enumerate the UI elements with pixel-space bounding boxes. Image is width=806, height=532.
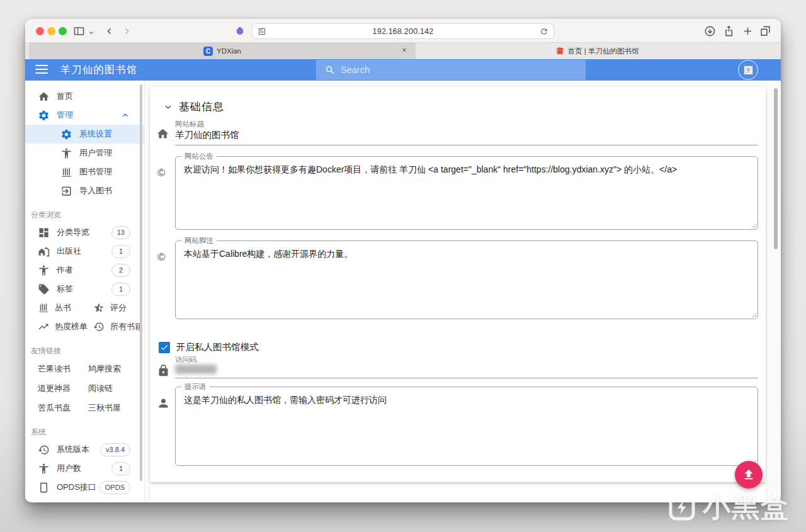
share-button[interactable] — [723, 25, 735, 37]
search-icon — [325, 65, 336, 76]
zoom-window-button[interactable] — [59, 27, 67, 35]
announcement-textarea[interactable]: 网站公告 欢迎访问！如果你想获得更多有趣Docker项目，请前往 羊刀仙 <a … — [175, 156, 758, 230]
gear-icon — [60, 128, 72, 140]
resize-grip[interactable] — [751, 222, 756, 228]
hint-text: 这是羊刀仙的私人图书馆，需输入密码才可进行访问 — [184, 393, 749, 406]
link-yuedulian[interactable]: 阅读链 — [88, 383, 113, 394]
sidebar-item-ratings[interactable]: 评分 — [93, 302, 127, 314]
input-underline — [175, 378, 758, 378]
sidebar-item-tags[interactable]: 标签 1 — [25, 280, 144, 298]
bookshelf-icon — [60, 166, 72, 178]
count-badge: 1 — [111, 283, 130, 296]
sidebar-item-user-management[interactable]: 用户管理 — [25, 144, 144, 162]
tab-overview-button[interactable] — [759, 25, 771, 37]
category-grid-icon — [38, 227, 50, 239]
count-badge: 2 — [111, 264, 130, 277]
person-icon — [38, 264, 50, 276]
link-mango-reading[interactable]: 芒果读书 — [38, 363, 88, 375]
link-sanqiu[interactable]: 三秋书屋 — [88, 402, 121, 414]
count-badge: 1 — [111, 462, 130, 475]
import-icon — [60, 185, 72, 197]
home-icon — [156, 127, 169, 140]
resize-grip[interactable] — [751, 312, 756, 317]
browser-toolbar: 192.168.200.142 — [25, 19, 781, 43]
private-mode-checkbox-row[interactable]: 开启私人图书馆模式 — [159, 341, 259, 353]
sidebar-item-opds[interactable]: OPDS接口 OPDS — [25, 478, 144, 497]
access-code-label: 访问码 — [175, 355, 197, 365]
section-header-basic-info[interactable]: 基础信息 — [162, 99, 224, 114]
input-underline — [175, 145, 758, 145]
sidebar-item-system-settings[interactable]: 系统设置 — [25, 125, 144, 144]
tablet-icon — [38, 482, 50, 494]
copyright-icon: © — [157, 252, 166, 263]
url-text[interactable]: 192.168.200.142 — [266, 27, 540, 36]
sidebar-row: 苦瓜书盘 三秋书屋 — [25, 398, 144, 417]
chevron-down-icon[interactable] — [88, 28, 95, 35]
sidebar-item-category-nav[interactable]: 分类导览 13 — [25, 223, 144, 242]
sidebar-scrollbar[interactable] — [140, 84, 142, 481]
sidebar-item-system-version[interactable]: 系统版本 v3.8.4 — [25, 440, 144, 459]
sidebar-item-hot-list[interactable]: 热度榜单 — [38, 321, 93, 332]
home-icon — [38, 91, 50, 103]
reload-icon[interactable] — [540, 27, 548, 36]
menu-icon[interactable] — [35, 65, 48, 75]
extension-icon[interactable] — [235, 26, 245, 36]
sidebar-item-admin[interactable]: 管理 — [25, 106, 144, 125]
sidebar-item-home[interactable]: 首页 — [25, 87, 144, 106]
upload-fab-button[interactable] — [735, 461, 763, 489]
back-button[interactable] — [103, 25, 115, 37]
app-body: 首页 管理 系统设置 用户管理 图书管理 导入图书 — [25, 81, 781, 502]
section-title: 基础信息 — [179, 99, 224, 114]
browser-window: 192.168.200.142 C YDXian × 書 首页 | 羊刀仙的图书… — [25, 19, 781, 502]
app-header: 羊刀仙的图书馆 ? — [25, 59, 781, 81]
history-icon — [93, 321, 105, 332]
app-title: 羊刀仙的图书馆 — [60, 64, 138, 77]
checkbox-checked-icon[interactable] — [159, 342, 170, 353]
tab-bar: C YDXian × 書 首页 | 羊刀仙的图书馆 — [25, 43, 781, 59]
sidebar-toggle-icon[interactable] — [73, 25, 85, 37]
footer-label: 网站脚注 — [181, 236, 217, 246]
chevron-down-icon — [162, 101, 174, 113]
announcement-text: 欢迎访问！如果你想获得更多有趣Docker项目，请前往 羊刀仙 <a targe… — [184, 163, 749, 176]
gear-icon — [38, 110, 50, 122]
star-half-icon — [93, 302, 105, 314]
tab-label: YDXian — [217, 47, 241, 55]
new-tab-button[interactable] — [742, 25, 754, 37]
reader-view-icon[interactable] — [258, 27, 266, 36]
sidebar: 首页 管理 系统设置 用户管理 图书管理 导入图书 — [25, 81, 145, 502]
downloads-button[interactable] — [704, 25, 716, 37]
chevron-up-icon — [120, 110, 130, 120]
section-label-links: 友情链接 — [25, 342, 144, 359]
person-icon — [60, 147, 72, 159]
address-bar[interactable]: 192.168.200.142 — [252, 23, 554, 39]
history-icon — [38, 444, 50, 456]
user-avatar-button[interactable]: ? — [738, 60, 758, 80]
sidebar-item-book-management[interactable]: 图书管理 — [25, 162, 144, 181]
main-content: 基础信息 网站标题 羊刀仙的图书馆 © 网站公告 欢迎访问！如果你想获得更多有趣… — [145, 81, 781, 502]
bookshelf-icon — [38, 302, 49, 314]
site-title-input[interactable]: 羊刀仙的图书馆 — [175, 129, 239, 141]
link-jiumo-search[interactable]: 鸠摩搜索 — [88, 363, 121, 375]
tab-close-icon[interactable]: × — [399, 45, 409, 55]
sidebar-item-all-books[interactable]: 所有书籍 — [93, 321, 143, 332]
link-kugua[interactable]: 苦瓜书盘 — [38, 402, 88, 414]
sidebar-item-user-count[interactable]: 用户数 1 — [25, 459, 144, 478]
minimize-window-button[interactable] — [47, 27, 55, 35]
hint-textarea[interactable]: 提示语 这是羊刀仙的私人图书馆，需输入密码才可进行访问 — [175, 387, 758, 466]
sidebar-item-series[interactable]: 丛书 — [38, 302, 93, 314]
footer-textarea[interactable]: 网站脚注 本站基于Calibre构建，感谢开源界的力量。 — [175, 241, 758, 319]
search-input[interactable] — [341, 65, 586, 75]
sidebar-row: 追更神器 阅读链 — [25, 378, 144, 398]
link-zhuigeng[interactable]: 追更神器 — [38, 383, 88, 394]
tab-ydxian[interactable]: C YDXian × — [29, 43, 416, 59]
access-code-input-redacted[interactable] — [175, 365, 217, 374]
hint-label: 提示语 — [181, 382, 210, 392]
sidebar-item-import-books[interactable]: 导入图书 — [25, 181, 144, 200]
copyright-icon: © — [157, 167, 166, 178]
tab-library-home[interactable]: 書 首页 | 羊刀仙的图书馆 — [418, 43, 777, 59]
close-window-button[interactable] — [36, 27, 44, 35]
sidebar-item-authors[interactable]: 作者 2 — [25, 261, 144, 280]
sidebar-item-publishers[interactable]: 出版社 1 — [25, 242, 144, 261]
content-scrollbar[interactable] — [774, 88, 778, 249]
forward-button[interactable] — [121, 25, 133, 37]
